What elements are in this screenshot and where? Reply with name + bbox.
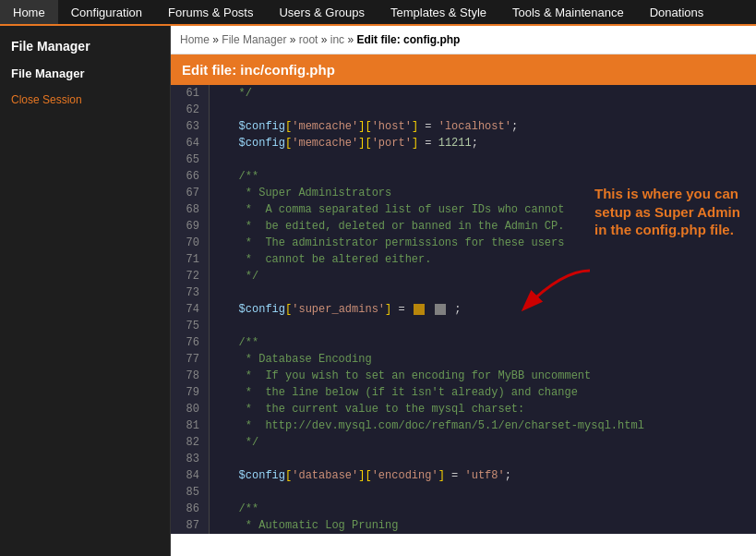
code-line-72: 72 */	[171, 268, 756, 284]
code-line-62: 62	[171, 102, 756, 118]
nav-tools-maintenance[interactable]: Tools & Maintenance	[499, 0, 637, 24]
code-line-76: 76 /**	[171, 334, 756, 351]
code-line-66: 66 /**	[171, 168, 756, 185]
code-line-81: 81 * http://dev.mysql.com/doc/refman/5.1…	[171, 417, 756, 434]
nav-forums-posts[interactable]: Forums & Posts	[155, 0, 266, 24]
breadcrumb-file-manager[interactable]: File Manager	[222, 33, 286, 46]
breadcrumb-inc[interactable]: inc	[330, 33, 344, 46]
code-line-65: 65	[171, 151, 756, 168]
sidebar-section-title: File Manager	[0, 30, 170, 59]
code-wrapper: 61 */ 62 63 $config['memcache']['host'] …	[171, 85, 756, 534]
code-line-80: 80 * the current value to the mysql char…	[171, 401, 756, 417]
breadcrumb: Home » File Manager » root » inc » Edit …	[171, 26, 756, 54]
nav-donations[interactable]: Donations	[637, 0, 717, 24]
page-header: Edit file: inc/config.php	[171, 54, 756, 85]
sidebar-item-file-manager[interactable]: File Manager	[0, 59, 170, 88]
nav-home[interactable]: Home	[0, 0, 58, 24]
code-line-77: 77 * Database Encoding	[171, 351, 756, 368]
code-line-83: 83	[171, 451, 756, 467]
top-nav: Home Configuration Forums & Posts Users …	[0, 0, 756, 26]
main-content: Home » File Manager » root » inc » Edit …	[171, 26, 756, 556]
code-line-84: 84 $config['database']['encoding'] = 'ut…	[171, 467, 756, 484]
code-line-87: 87 * Automatic Log Pruning	[171, 517, 756, 534]
code-line-78: 78 * If you wish to set an encoding for …	[171, 368, 756, 384]
code-line-71: 71 * cannot be altered either.	[171, 251, 756, 268]
main-layout: File Manager File Manager Close Session …	[0, 26, 756, 556]
nav-configuration[interactable]: Configuration	[58, 0, 155, 24]
code-line-64: 64 $config['memcache']['port'] = 11211;	[171, 135, 756, 151]
code-line-86: 86 /**	[171, 501, 756, 517]
nav-users-groups[interactable]: Users & Groups	[266, 0, 377, 24]
code-line-61: 61 */	[171, 85, 756, 102]
code-line-85: 85	[171, 484, 756, 501]
breadcrumb-home[interactable]: Home	[180, 33, 210, 46]
sidebar: File Manager File Manager Close Session	[0, 26, 171, 556]
arrow-icon	[516, 266, 599, 321]
code-line-73: 73	[171, 284, 756, 301]
annotation-text: This is where you can setup as Super Adm…	[594, 185, 747, 239]
nav-templates-style[interactable]: Templates & Style	[378, 0, 499, 24]
breadcrumb-root[interactable]: root	[299, 33, 318, 46]
code-line-63: 63 $config['memcache']['host'] = 'localh…	[171, 118, 756, 135]
code-line-75: 75	[171, 318, 756, 334]
code-line-79: 79 * the line below (if it isn't already…	[171, 384, 756, 401]
close-session-link[interactable]: Close Session	[0, 88, 170, 112]
code-line-74: 74 $config['super_admins'] = ;	[171, 301, 756, 318]
code-line-82: 82 */	[171, 434, 756, 451]
breadcrumb-current: Edit file: config.php	[356, 33, 460, 46]
code-editor[interactable]: 61 */ 62 63 $config['memcache']['host'] …	[171, 85, 756, 534]
